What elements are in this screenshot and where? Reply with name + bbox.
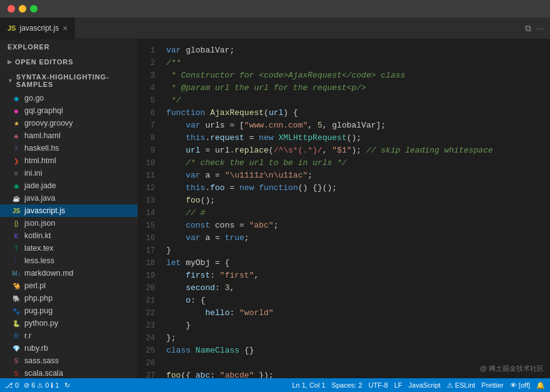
tab-javascript[interactable]: JS javascript.js × — [0, 18, 76, 39]
file-scala[interactable]: S scala.scala — [0, 367, 138, 378]
titlebar — [0, 0, 550, 18]
line-number: 27 — [138, 369, 161, 378]
code-token: ; — [244, 232, 249, 244]
prettier-indicator[interactable]: Prettier — [481, 381, 503, 389]
file-html[interactable]: ❯ html.html — [0, 154, 138, 167]
errors-indicator[interactable]: ⊘ 6 ⚠ 0 ℹ 1 — [24, 381, 59, 389]
code-token: ; — [308, 169, 312, 182]
file-markdown[interactable]: M↓ markdown.md — [0, 267, 138, 279]
file-javascript[interactable]: JS javascript.js — [0, 204, 138, 217]
code-token: (); — [347, 132, 361, 144]
code-token — [166, 294, 186, 307]
graphql-icon: ◆ — [11, 106, 21, 116]
line-number: 18 — [138, 257, 161, 269]
code-token: foo — [166, 369, 181, 378]
branch-icon: ⎇ — [5, 381, 13, 389]
chevron-down-icon: ▼ — [8, 78, 14, 84]
line-number: 9 — [138, 144, 161, 157]
file-sass[interactable]: S sass.sass — [0, 354, 138, 367]
code-line: class NameClass {} — [166, 344, 550, 357]
sync-icon[interactable]: ↻ — [64, 381, 70, 389]
code-token: new — [239, 182, 254, 194]
file-json[interactable]: {} json.json — [0, 217, 138, 229]
file-less[interactable]: L less.less — [0, 254, 138, 267]
code-editor[interactable]: 1234567891011121314151617181920212223242… — [138, 39, 550, 378]
file-haskell[interactable]: λ haskell.hs — [0, 142, 138, 154]
code-token — [191, 344, 196, 357]
file-php[interactable]: 🐘 php.php — [0, 292, 138, 304]
file-kotlin[interactable]: K kotlin.kt — [0, 229, 138, 242]
file-ini[interactable]: ≡ ini.ini — [0, 167, 138, 179]
perl-icon: 🐪 — [11, 281, 21, 291]
minimize-button[interactable] — [19, 5, 26, 13]
eye-indicator[interactable]: 👁 [off] — [510, 381, 530, 389]
file-perl[interactable]: 🐪 perl.pl — [0, 279, 138, 292]
explorer-header[interactable]: EXPLORER — [0, 39, 138, 54]
code-token: : — [210, 369, 220, 378]
code-token: a = — [201, 169, 225, 182]
code-token — [166, 157, 186, 169]
file-markdown-name: markdown.md — [24, 269, 132, 278]
file-go[interactable]: ◉ go.go — [0, 92, 138, 104]
explorer-label: EXPLORER — [8, 43, 50, 51]
code-token: 5 — [318, 119, 322, 132]
line-number: 16 — [138, 232, 161, 244]
branch-indicator[interactable]: ⎇ 0 — [5, 381, 19, 389]
close-button[interactable] — [8, 5, 15, 13]
code-token: foo — [210, 182, 224, 194]
indent-indicator[interactable]: Spaces: 2 — [332, 381, 362, 389]
eslint-indicator[interactable]: ⚠ ESLint — [447, 381, 475, 389]
line-number: 26 — [138, 357, 161, 369]
code-token: ({ — [181, 369, 195, 378]
code-token: <code> — [259, 69, 288, 82]
language-indicator[interactable]: JavaScript — [409, 381, 441, 389]
code-token: , — [322, 144, 332, 157]
line-number: 3 — [138, 69, 161, 82]
code-token: "www.cnn.com" — [244, 119, 308, 132]
maximize-button[interactable] — [30, 5, 38, 13]
code-line: url = url.replace(/^\s*(.*)/, "$1"); // … — [166, 144, 550, 157]
bell-indicator[interactable]: 🔔 — [536, 381, 545, 389]
code-token: the url for the request — [229, 82, 346, 94]
tab-close-button[interactable]: × — [62, 23, 68, 33]
code-token — [205, 107, 210, 119]
code-line: * Constructor for <code>AjaxRequest</cod… — [166, 69, 550, 82]
file-ruby-name: ruby.rb — [24, 344, 132, 353]
file-groovy[interactable]: ★ groovy.groovy — [0, 117, 138, 129]
code-token: ( — [269, 144, 274, 157]
code-line — [166, 357, 550, 369]
code-token: NameClass — [196, 344, 239, 357]
file-java-name: java.java — [24, 194, 132, 203]
code-line: * @param url the url for the request<p/> — [166, 82, 550, 94]
file-python[interactable]: 🐍 python.py — [0, 317, 138, 329]
code-line: const cons = "abc"; — [166, 219, 550, 232]
file-pug[interactable]: 🐾 pug.pug — [0, 304, 138, 317]
code-line: foo({ abc: "abcde" }); — [166, 369, 550, 378]
more-actions-icon[interactable]: ··· — [536, 23, 544, 33]
sass-icon: S — [11, 356, 21, 366]
file-ruby[interactable]: 💎 ruby.rb — [0, 342, 138, 354]
split-editor-icon[interactable]: ⧉ — [525, 23, 531, 34]
file-r[interactable]: R r.r — [0, 329, 138, 342]
code-token: , — [229, 282, 234, 294]
code-token: url — [269, 107, 283, 119]
file-latex[interactable]: T latex.tex — [0, 242, 138, 254]
ruby-icon: 💎 — [11, 343, 21, 353]
code-token: replace — [234, 144, 269, 157]
line-number: 1 — [138, 44, 161, 57]
code-token: var — [186, 119, 200, 132]
code-token: hello — [205, 307, 229, 319]
file-haml[interactable]: ◈ haml.haml — [0, 129, 138, 142]
file-javascript-name: javascript.js — [24, 206, 132, 215]
line-ending-indicator[interactable]: LF — [394, 381, 402, 389]
js-icon: JS — [11, 206, 21, 216]
file-graphql[interactable]: ◆ gql.graphql — [0, 104, 138, 117]
code-content[interactable]: var globalVar;/** * Constructor for <cod… — [161, 39, 550, 378]
samples-header[interactable]: ▼ SYNTAX-HIGHLIGHTING-SAMPLES — [0, 69, 138, 92]
cursor-position[interactable]: Ln 1, Col 1 — [292, 381, 325, 389]
encoding-indicator[interactable]: UTF-8 — [369, 381, 388, 389]
open-editors-header[interactable]: ▶ OPEN EDITORS — [0, 54, 138, 69]
code-line: let myObj = { — [166, 257, 550, 269]
file-java[interactable]: ☕ java.java — [0, 192, 138, 204]
file-jade[interactable]: ◉ jade.jade — [0, 179, 138, 192]
